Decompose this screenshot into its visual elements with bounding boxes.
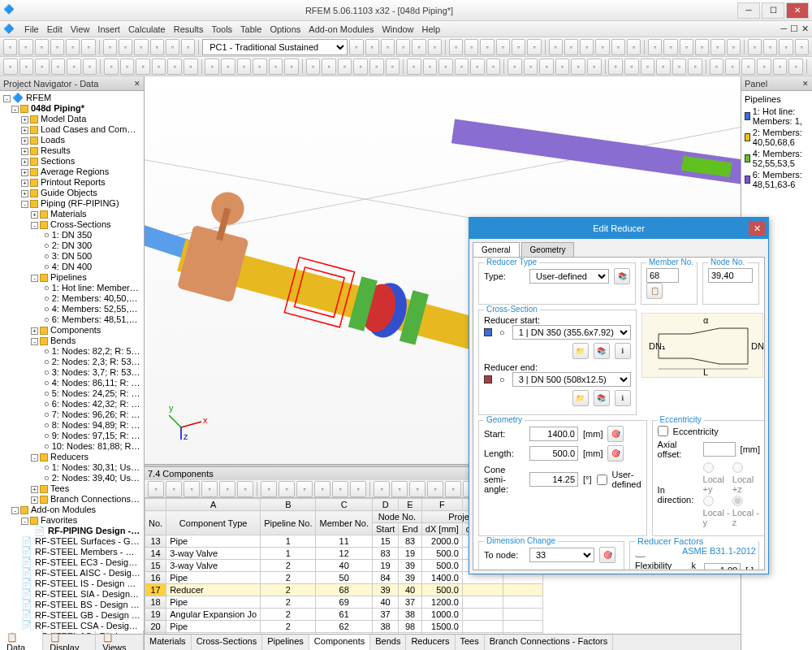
node-no-input[interactable] — [708, 268, 753, 283]
tree-item[interactable]: ○ 2: Nodes: 2,3; R: 533 mm — [2, 357, 142, 367]
tree-item[interactable]: +Model Data — [2, 114, 142, 124]
ecc-check[interactable] — [658, 426, 668, 436]
toolbar-button[interactable]: ▫ — [261, 481, 277, 497]
tree-item[interactable]: ○ 5: Nodes: 24,25; R: 762 mm — [2, 388, 142, 399]
geom-length-input[interactable] — [529, 446, 578, 461]
start-lib1[interactable]: 📁 — [572, 343, 589, 359]
toolbar-button[interactable]: ▫ — [580, 39, 594, 55]
toolbar-button[interactable]: ▫ — [445, 481, 461, 497]
toolbar-button[interactable]: ▫ — [680, 39, 693, 55]
toolbar-button[interactable]: ▫ — [365, 39, 379, 55]
toolbar-button[interactable]: ▫ — [741, 58, 756, 75]
tree-item[interactable]: +Materials — [2, 209, 142, 219]
toolbar-button[interactable]: ▫ — [81, 39, 95, 55]
menu-options[interactable]: Options — [270, 24, 300, 34]
toolbar-button[interactable]: ▫ — [423, 58, 438, 75]
tab-geometry[interactable]: Geometry — [521, 242, 575, 257]
tree-item[interactable]: +Tees — [2, 483, 142, 494]
toolbar-button[interactable]: ▫ — [166, 481, 182, 497]
minimize-button[interactable]: ─ — [737, 2, 760, 19]
toolbar-button[interactable]: ▫ — [369, 58, 384, 75]
tree-item[interactable]: +Sections — [2, 156, 142, 167]
toolbar-button[interactable]: ▫ — [350, 481, 366, 497]
loadcase-select[interactable]: PC1 - Traditional Sustained — [202, 39, 348, 55]
tree-item[interactable]: 📄 RF-STEEL AISC - Design of ste — [2, 568, 142, 578]
toolbar-button[interactable]: ▫ — [148, 481, 164, 497]
toolbar-button[interactable]: ▫ — [748, 39, 762, 55]
toolbar-button[interactable]: ▫ — [19, 39, 32, 55]
toolbar-button[interactable]: ▫ — [773, 58, 788, 75]
dialog-close-button[interactable]: ✕ — [749, 221, 765, 236]
reducer-end-select[interactable]: 3 | DN 500 (508x12.5) — [512, 372, 631, 387]
toolbar-button[interactable]: ▫ — [83, 58, 97, 75]
toolbar-button[interactable]: ▫ — [219, 481, 235, 497]
toolbar-button[interactable]: ▫ — [338, 58, 352, 75]
comp-tab[interactable]: Cross-Sections — [192, 635, 263, 650]
tab-general[interactable]: General — [473, 242, 520, 257]
tree-item[interactable]: +Loads — [2, 135, 142, 145]
app-menu-icon[interactable]: 🔷 — [3, 24, 15, 34]
toolbar-button[interactable]: ▫ — [166, 39, 179, 55]
tree-item[interactable]: +Components — [2, 325, 142, 336]
tree-item[interactable]: -Cross-Sections — [2, 219, 142, 230]
toolbar-button[interactable]: ▫ — [427, 481, 443, 497]
tree-item[interactable]: 📄 RF-PIPING Design - Des — [2, 526, 142, 536]
toolbar-button[interactable]: ▫ — [279, 481, 295, 497]
toolbar-button[interactable]: ▫ — [688, 58, 702, 75]
to-node-pick[interactable]: 🎯 — [599, 547, 615, 563]
toolbar-button[interactable]: ▫ — [306, 58, 321, 75]
menu-results[interactable]: Results — [174, 24, 204, 34]
member-pick-button[interactable]: 📋 — [646, 283, 663, 299]
toolbar-button[interactable]: ▫ — [779, 39, 793, 55]
toolbar-button[interactable]: ▫ — [269, 58, 283, 75]
tree-item[interactable]: +Average Regions — [2, 167, 142, 177]
toolbar-button[interactable]: ▫ — [763, 39, 777, 55]
toolbar-button[interactable]: ▫ — [3, 58, 18, 75]
toolbar-button[interactable]: ▫ — [349, 39, 363, 55]
toolbar-button[interactable]: ▫ — [641, 58, 655, 75]
toolbar-button[interactable]: ▫ — [253, 58, 267, 75]
table-row[interactable]: 18Pipe26940371200.0 — [145, 596, 543, 609]
k-input[interactable] — [704, 563, 741, 570]
toolbar-button[interactable]: ▫ — [184, 481, 200, 497]
tree-item[interactable]: -Bends — [2, 336, 142, 346]
toolbar-button[interactable]: ▫ — [332, 481, 348, 497]
toolbar-button[interactable]: ▫ — [201, 481, 218, 497]
toolbar-button[interactable]: ▫ — [136, 58, 150, 75]
menu-window[interactable]: Window — [382, 24, 413, 34]
inner-close[interactable]: ✕ — [801, 24, 809, 34]
tree-item[interactable]: 📄 RF-STEEL Surfaces - General s — [2, 536, 142, 547]
tree-item[interactable]: ○ 2: Nodes: 39,40; User-defi — [2, 473, 142, 483]
toolbar-button[interactable]: ▫ — [184, 58, 198, 75]
toolbar-button[interactable]: ▫ — [3, 39, 17, 55]
tree-item[interactable]: ○ 8: Nodes: 94,89; R: 610 mm — [2, 420, 142, 431]
toolbar-button[interactable]: ▫ — [549, 39, 563, 55]
end-info[interactable]: ℹ — [615, 390, 631, 406]
tree-item[interactable]: ○ 3: DN 500 — [2, 251, 142, 262]
tree-item[interactable]: +Load Cases and Combinations — [2, 124, 142, 135]
toolbar-button[interactable]: ▫ — [134, 39, 148, 55]
toolbar-button[interactable]: ▫ — [205, 58, 219, 75]
toolbar-button[interactable]: ▫ — [119, 39, 132, 55]
toolbar-button[interactable]: ▫ — [181, 39, 195, 55]
table-row[interactable]: 19Angular Expansion Jo26137381000.0 — [145, 609, 543, 621]
toolbar-button[interactable]: ▫ — [611, 39, 625, 55]
toolbar-button[interactable]: ▫ — [571, 58, 585, 75]
inner-minimize[interactable]: ─ — [780, 24, 787, 34]
menu-edit[interactable]: Edit — [47, 24, 63, 34]
toolbar-button[interactable]: ▫ — [152, 58, 166, 75]
toolbar-button[interactable]: ▫ — [496, 39, 510, 55]
toolbar-button[interactable]: ▫ — [391, 481, 408, 497]
tree-item[interactable]: ○ 1: Hot line: Members: 1,49 — [2, 283, 142, 293]
tree-item[interactable]: 📄 RF-STEEL Members - General — [2, 547, 142, 557]
toolbar-button[interactable]: ▫ — [374, 481, 390, 497]
toolbar-button[interactable]: ▫ — [428, 39, 442, 55]
tree-item[interactable]: 📄 RF-STEEL EC3 - Design of ste — [2, 557, 142, 568]
toolbar-button[interactable]: ▫ — [50, 39, 64, 55]
toolbar-button[interactable]: ▫ — [648, 39, 662, 55]
toolbar-button[interactable]: ▫ — [595, 39, 609, 55]
end-lib2[interactable]: 📚 — [594, 390, 610, 406]
toolbar-button[interactable]: ▫ — [757, 58, 771, 75]
comp-tab[interactable]: Pipelines — [262, 635, 309, 650]
member-no-input[interactable] — [646, 268, 679, 283]
